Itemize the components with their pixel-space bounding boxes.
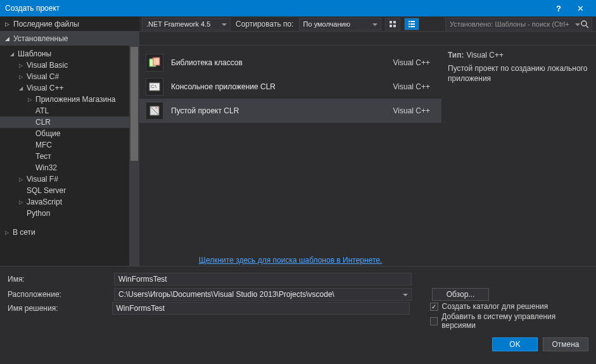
tree-item-visual-fsharp[interactable]: ▷Visual F# xyxy=(0,173,139,185)
chevron-down-icon: ◢ xyxy=(19,85,25,91)
search-online-link[interactable]: Щелкните здесь для поиска шаблонов в Инт… xyxy=(199,256,383,265)
help-button[interactable]: ? xyxy=(548,0,569,16)
svg-text:++: ++ xyxy=(155,106,160,110)
titlebar: Создать проект ? ✕ xyxy=(0,0,596,16)
chevron-right-icon: ▷ xyxy=(19,63,25,68)
location-input[interactable]: C:\Users\Игорь\Documents\Visual Studio 2… xyxy=(114,288,412,301)
details-description: Пустой проект по созданию локального при… xyxy=(448,63,590,84)
search-online-link-row: Щелкните здесь для поиска шаблонов в Инт… xyxy=(139,249,441,265)
svg-rect-3 xyxy=(393,25,396,27)
chevron-down-icon: ◢ xyxy=(10,51,16,57)
solution-label: Имя решения: xyxy=(8,302,107,313)
template-list: ++ Библиотека классов Visual C++ C:\ Кон… xyxy=(139,46,441,266)
tree-label: Visual C# xyxy=(27,72,59,81)
checkbox-icon: ✓ xyxy=(430,303,438,311)
tree-label: SQL Server xyxy=(27,186,66,195)
name-input[interactable]: WinFormsTest xyxy=(114,273,412,286)
tree-item-store-apps[interactable]: ▷Приложения Магазина xyxy=(0,94,139,105)
template-lang: Visual C++ xyxy=(393,58,430,67)
nav-installed[interactable]: ◢ Установленные xyxy=(0,32,139,45)
checkbox-add-scm[interactable]: Добавить в систему управления версиями xyxy=(430,312,588,330)
details-type-value: Visual C++ xyxy=(467,51,504,60)
nav-online[interactable]: ▷В сети xyxy=(0,227,139,238)
tree-label: Visual C++ xyxy=(27,84,63,92)
template-item[interactable]: C:\ Консольное приложение CLR Visual C++ xyxy=(139,75,441,99)
tree-scroll: ◢Шаблоны ▷Visual Basic ▷Visual C# ◢Visua… xyxy=(0,46,139,266)
close-button[interactable]: ✕ xyxy=(569,0,591,16)
search-input[interactable]: Установлено: Шаблоны - поиск (Ctrl+ xyxy=(445,18,592,30)
tree-item-clr[interactable]: CLR xyxy=(0,116,139,128)
tree-item-python[interactable]: Python xyxy=(0,208,139,219)
chevron-right-icon: ▷ xyxy=(28,97,34,103)
nav-recent-label: Последние файлы xyxy=(13,20,79,28)
bottom-form: Имя: WinFormsTest Расположение: C:\Users… xyxy=(0,266,596,335)
tree-label: Visual F# xyxy=(27,175,58,184)
details-panel: Тип: Visual C++ Пустой проект по создани… xyxy=(441,46,596,266)
tree-label: Visual Basic xyxy=(27,61,68,70)
chevron-right-icon: ▷ xyxy=(19,177,25,182)
chevron-down-icon xyxy=(575,23,580,28)
tree-label: ATL xyxy=(35,106,49,115)
svg-rect-1 xyxy=(393,21,396,23)
tree-label: JavaScript xyxy=(27,198,62,206)
template-item[interactable]: ++ Пустой проект CLR Visual C++ xyxy=(139,99,441,123)
tree-item-sqlserver[interactable]: SQL Server xyxy=(0,185,139,196)
chevron-down-icon: ◢ xyxy=(5,35,10,42)
chevron-right-icon: ▷ xyxy=(19,74,25,80)
tree-item-atl[interactable]: ATL xyxy=(0,105,139,116)
checkbox-label: Добавить в систему управления версиями xyxy=(441,312,588,330)
template-tree: ◢Шаблоны ▷Visual Basic ▷Visual C# ◢Visua… xyxy=(0,46,139,266)
tree-item-general[interactable]: Общие xyxy=(0,128,139,139)
tree-item-test[interactable]: Тест xyxy=(0,151,139,162)
svg-point-10 xyxy=(581,21,586,26)
template-name: Консольное приложение CLR xyxy=(171,82,386,91)
view-list-button[interactable] xyxy=(404,18,419,30)
checkbox-create-dir[interactable]: ✓Создать каталог для решения xyxy=(430,302,588,311)
tree-item-visual-basic[interactable]: ▷Visual Basic xyxy=(0,60,139,71)
main-area: ◢Шаблоны ▷Visual Basic ▷Visual C# ◢Visua… xyxy=(0,46,596,266)
browse-button[interactable]: Обзор... xyxy=(432,288,489,301)
console-app-icon: C:\ xyxy=(146,78,163,96)
search-area: Установлено: Шаблоны - поиск (Ctrl+ xyxy=(441,16,596,31)
svg-rect-2 xyxy=(390,25,392,27)
svg-text:++: ++ xyxy=(151,56,156,60)
chevron-right-icon: ▷ xyxy=(19,199,25,205)
scrollbar-thumb[interactable] xyxy=(130,47,138,161)
tree-label: Тест xyxy=(35,152,51,161)
name-label: Имя: xyxy=(8,275,109,284)
svg-rect-4 xyxy=(409,21,410,22)
tree-scrollbar[interactable] xyxy=(129,46,139,266)
svg-text:C:\: C:\ xyxy=(151,84,156,89)
svg-rect-7 xyxy=(410,23,415,25)
tree-label: Приложения Магазина xyxy=(35,95,116,104)
window-title: Создать проект xyxy=(5,4,548,13)
tree-item-mfc[interactable]: MFC xyxy=(0,139,139,151)
solution-input[interactable]: WinFormsTest xyxy=(112,302,410,315)
class-library-icon: ++ xyxy=(146,54,163,72)
nav-recent[interactable]: ▷ Последние файлы xyxy=(0,16,139,31)
location-label: Расположение: xyxy=(8,290,109,299)
template-item[interactable]: ++ Библиотека классов Visual C++ xyxy=(139,51,441,75)
tree-templates[interactable]: ◢Шаблоны xyxy=(0,48,139,60)
chevron-right-icon: ▷ xyxy=(5,230,11,235)
tree-item-javascript[interactable]: ▷JavaScript xyxy=(0,196,139,208)
view-tiles-button[interactable] xyxy=(385,18,400,30)
checkbox-icon xyxy=(430,317,438,325)
framework-value: .NET Framework 4.5 xyxy=(146,20,210,28)
tree-item-win32[interactable]: Win32 xyxy=(0,162,139,173)
sort-dropdown[interactable]: По умолчанию xyxy=(299,18,381,30)
search-icon xyxy=(580,20,589,30)
tree-item-visual-cpp[interactable]: ◢Visual C++ xyxy=(0,82,139,94)
svg-rect-9 xyxy=(410,26,415,27)
empty-project-icon: ++ xyxy=(146,102,163,120)
search-placeholder: Установлено: Шаблоны - поиск (Ctrl+ xyxy=(450,20,569,28)
toolbar-row-recent: ▷ Последние файлы .NET Framework 4.5 Сор… xyxy=(0,16,596,32)
ok-button[interactable]: OK xyxy=(492,337,538,351)
nav-installed-label: Установленные xyxy=(13,34,68,43)
sort-value: По умолчанию xyxy=(303,20,350,28)
template-name: Библиотека классов xyxy=(171,58,386,67)
tree-templates-label: Шаблоны xyxy=(18,49,51,58)
cancel-button[interactable]: Отмена xyxy=(543,337,588,351)
framework-dropdown[interactable]: .NET Framework 4.5 xyxy=(142,18,231,30)
tree-item-visual-csharp[interactable]: ▷Visual C# xyxy=(0,71,139,82)
